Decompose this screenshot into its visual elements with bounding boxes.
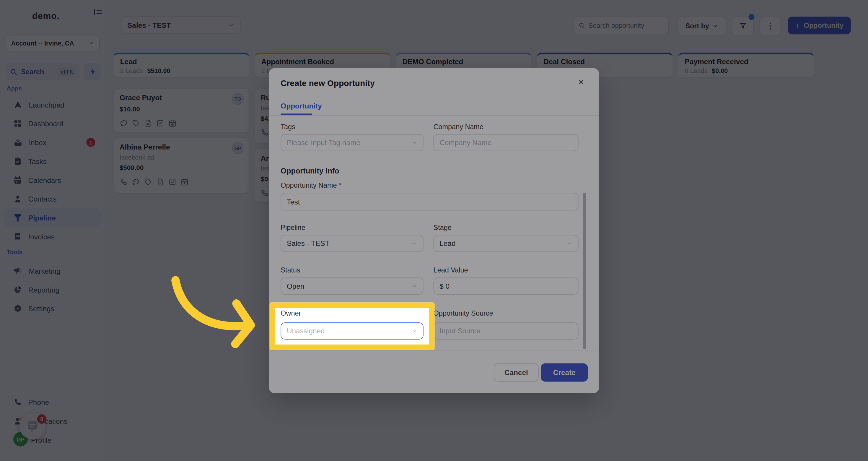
modal-scrollbar[interactable]	[583, 193, 586, 349]
lead-value-input[interactable]: $ 0	[434, 278, 579, 295]
tags-select[interactable]: Please Input Tag name	[281, 134, 424, 151]
cancel-button[interactable]: Cancel	[494, 364, 539, 382]
close-icon[interactable]: ✕	[578, 78, 585, 86]
company-name-label: Company Name	[434, 123, 484, 131]
company-name-input[interactable]: Company Name	[434, 134, 579, 151]
opportunity-name-label: Opportunity Name *	[281, 182, 341, 190]
chevron-down-icon	[411, 140, 417, 146]
chevron-down-icon	[411, 240, 417, 247]
stage-select[interactable]: Lead	[434, 235, 579, 252]
opportunity-source-label: Opportunity Source	[434, 310, 493, 317]
lead-value-value: $ 0	[439, 282, 450, 290]
opportunity-source-placeholder: Input Source	[439, 327, 480, 335]
opportunity-name-input[interactable]: Test	[281, 193, 578, 210]
opportunity-info-section-title: Opportunity Info	[281, 167, 339, 175]
status-label: Status	[281, 266, 300, 274]
chevron-down-icon	[566, 240, 572, 247]
lead-value-label: Lead Value	[434, 266, 468, 274]
opportunity-name-value: Test	[287, 197, 300, 206]
highlight-box-owner-field	[270, 302, 435, 350]
app-root: demo. Account -- Irvine, CA Search ctrl …	[0, 0, 868, 461]
opportunity-source-input[interactable]: Input Source	[434, 322, 579, 340]
tags-placeholder: Please Input Tag name	[287, 139, 360, 147]
tab-divider	[269, 115, 599, 116]
required-asterisk: *	[339, 182, 341, 190]
create-button[interactable]: Create	[541, 364, 588, 382]
modal-title: Create new Opportunity	[281, 78, 375, 87]
tab-opportunity[interactable]: Opportunity	[281, 102, 321, 110]
annotation-arrow-icon	[152, 265, 274, 353]
chevron-down-icon	[411, 283, 417, 289]
tags-label: Tags	[281, 123, 295, 131]
pipeline-value: Sales - TEST	[287, 239, 329, 248]
footer-divider	[269, 350, 599, 351]
pipeline-select[interactable]: Sales - TEST	[281, 235, 424, 252]
company-name-placeholder: Company Name	[439, 139, 491, 147]
status-value: Open	[287, 282, 305, 290]
stage-label: Stage	[434, 224, 452, 231]
stage-value: Lead	[439, 239, 456, 248]
status-select[interactable]: Open	[281, 278, 424, 295]
pipeline-label: Pipeline	[281, 224, 305, 231]
